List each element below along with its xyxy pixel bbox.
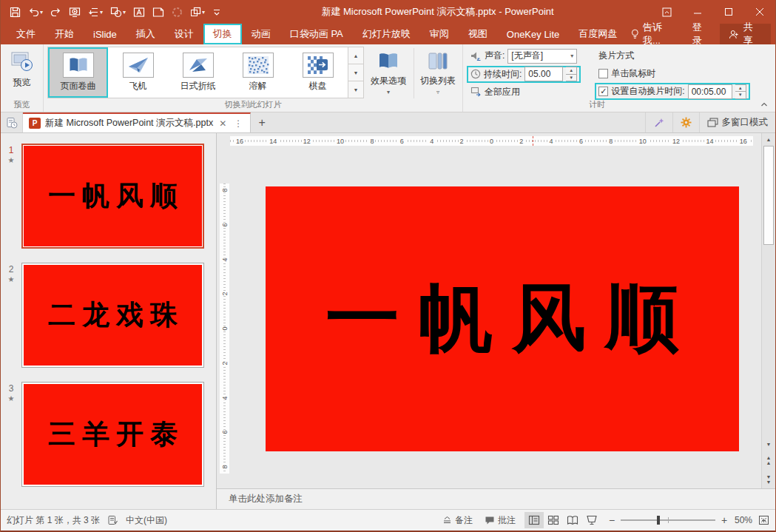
apply-to-all-button[interactable]: 全部应用 bbox=[470, 84, 581, 101]
editor-column: 1614121086420246810121416 864202468 一帆风顺… bbox=[217, 133, 775, 509]
preview-button[interactable]: 预览 bbox=[3, 47, 41, 100]
auto-advance-input[interactable]: 00:05.00 bbox=[688, 84, 732, 99]
vertical-ruler: 864202468 bbox=[220, 183, 229, 474]
ribbon-tab-transitions[interactable]: 切换 bbox=[203, 24, 242, 44]
gallery-scroll-up-icon[interactable]: ▲ bbox=[348, 47, 363, 64]
text-box-icon[interactable] bbox=[130, 5, 148, 19]
auto-advance-spinner[interactable]: ▲▼ bbox=[735, 84, 746, 99]
scroll-up-icon[interactable]: ▲ bbox=[762, 133, 775, 145]
slide-thumbnail-1[interactable]: 1 ★ 一帆风顺 bbox=[1, 144, 216, 249]
ruler-number: 10 bbox=[638, 138, 648, 145]
slide-sorter-button[interactable] bbox=[544, 512, 563, 528]
next-slide-icon[interactable]: ▼▼ bbox=[762, 474, 775, 485]
zoom-slider[interactable] bbox=[621, 519, 715, 521]
undo-icon[interactable]: ▾ bbox=[25, 5, 46, 19]
gallery-scroll-down-icon[interactable]: ▼ bbox=[348, 64, 363, 81]
ruler-number: 12 bbox=[671, 138, 681, 145]
transition-origami[interactable]: 日式折纸 bbox=[168, 47, 228, 98]
ribbon-tab-design[interactable]: 设计 bbox=[165, 24, 203, 44]
zoom-slider-thumb[interactable] bbox=[657, 516, 660, 525]
reading-view-button[interactable] bbox=[563, 512, 582, 528]
notes-placeholder: 单击此处添加备注 bbox=[229, 493, 303, 505]
tab-close-icon[interactable]: ✕ bbox=[217, 118, 228, 129]
ribbon-tab-slide-show[interactable]: 幻灯片放映 bbox=[353, 24, 420, 44]
comments-toggle-button[interactable]: 批注 bbox=[482, 512, 519, 529]
transition-star-icon[interactable]: ★ bbox=[8, 156, 15, 164]
auto-advance-option[interactable]: ✓ 设置自动换片时间: 00:05.00 ▲▼ bbox=[595, 83, 749, 100]
sound-select[interactable]: [无声音] ▾ bbox=[507, 49, 577, 64]
ribbon-tab-islide[interactable]: iSlide bbox=[84, 26, 126, 43]
previous-slide-icon[interactable]: ▲▲ bbox=[762, 454, 775, 466]
normal-view-button[interactable] bbox=[524, 512, 544, 528]
ribbon-tab-home[interactable]: 开始 bbox=[45, 24, 84, 44]
slide-thumbnail-3[interactable]: 3 ★ 三羊开泰 bbox=[1, 382, 216, 487]
new-tab-button[interactable]: + bbox=[251, 112, 273, 132]
scroll-down-icon[interactable]: ▼ bbox=[762, 438, 775, 450]
ribbon-tab-insert[interactable]: 插入 bbox=[126, 24, 165, 44]
slide-master-icon[interactable] bbox=[149, 5, 167, 19]
apply-all-icon bbox=[470, 87, 482, 97]
paragraph-settings-icon[interactable]: ▾ bbox=[85, 5, 106, 19]
session-manager-icon[interactable] bbox=[1, 112, 23, 132]
transition-dissolve[interactable]: 溶解 bbox=[228, 47, 288, 98]
scrollbar-thumb[interactable] bbox=[763, 146, 774, 245]
transition-list-button[interactable]: 切换列表 ▿ bbox=[415, 47, 461, 100]
ribbon-tab-animations[interactable]: 动画 bbox=[242, 24, 280, 44]
save-icon[interactable] bbox=[7, 5, 24, 19]
redo-icon[interactable] bbox=[47, 5, 64, 19]
effect-options-button[interactable]: 效果选项 ▾ bbox=[364, 47, 413, 100]
ribbon-tab-file[interactable]: 文件 bbox=[7, 24, 45, 44]
slide-canvas[interactable]: 一帆风顺 bbox=[266, 186, 739, 451]
window-title: 新建 Microsoft PowerPoint 演示文稿.pptx - Powe… bbox=[224, 5, 651, 18]
notes-pane[interactable]: 单击此处添加备注 bbox=[217, 488, 775, 509]
zoom-out-icon[interactable]: − bbox=[607, 514, 616, 526]
settings-gear-button[interactable] bbox=[672, 112, 699, 132]
magic-wand-button[interactable] bbox=[645, 112, 672, 132]
ribbon-tab-review[interactable]: 审阅 bbox=[420, 24, 459, 44]
transition-page-curl[interactable]: 页面卷曲 bbox=[48, 47, 108, 98]
share-button[interactable]: 共享 bbox=[720, 24, 771, 44]
collapse-ribbon-icon[interactable] bbox=[760, 101, 768, 109]
auto-advance-checkbox[interactable]: ✓ bbox=[598, 87, 608, 96]
ribbon-tab-pocket-animation[interactable]: 口袋动画 PA bbox=[280, 24, 353, 44]
duration-spinner[interactable]: ▲▼ bbox=[566, 67, 577, 81]
fit-to-window-icon[interactable] bbox=[758, 515, 769, 525]
status-bar: 幻灯片 第 1 张，共 3 张 中文(中国) 备注 批注 − + 50% bbox=[1, 509, 775, 532]
ribbon-tab-baidu-pan[interactable]: 百度网盘 bbox=[569, 24, 627, 44]
record-icon[interactable] bbox=[169, 5, 186, 19]
on-mouse-click-checkbox[interactable] bbox=[598, 69, 608, 78]
on-mouse-click-option[interactable]: 单击鼠标时 bbox=[598, 66, 749, 82]
duration-row: 持续时间: 05.00 ▲▼ bbox=[467, 66, 581, 83]
transition-checkerboard[interactable]: 棋盘 bbox=[288, 47, 348, 98]
tab-more-icon[interactable]: ⋮ bbox=[232, 118, 244, 129]
ruler-number: 6 bbox=[220, 431, 228, 434]
multi-window-mode-button[interactable]: 多窗口模式 bbox=[699, 112, 776, 132]
notes-toggle-button[interactable]: 备注 bbox=[439, 512, 476, 529]
language-indicator[interactable]: 中文(中国) bbox=[126, 514, 167, 527]
slideshow-from-beginning-icon[interactable] bbox=[66, 5, 84, 19]
customize-quick-access-icon[interactable] bbox=[209, 6, 224, 18]
zoom-in-icon[interactable]: + bbox=[720, 514, 729, 526]
thumbnail-slide-text: 二龙戏珠 bbox=[41, 297, 184, 334]
gallery-more-icon[interactable]: ▼ bbox=[348, 81, 363, 98]
ribbon-tab-view[interactable]: 视图 bbox=[459, 24, 497, 44]
zoom-control: − + bbox=[607, 514, 729, 526]
shapes-icon[interactable]: ▾ bbox=[107, 5, 129, 19]
transition-airplane[interactable]: 飞机 bbox=[108, 47, 168, 98]
slide-show-view-button[interactable] bbox=[582, 512, 601, 528]
ruler-number: 8 bbox=[607, 138, 614, 145]
ruler-number: 10 bbox=[335, 138, 345, 145]
horizontal-ruler: 1614121086420246810121416 bbox=[230, 136, 753, 146]
preview-icon bbox=[10, 51, 34, 73]
arrange-icon[interactable]: ▾ bbox=[187, 5, 208, 19]
spell-check-icon[interactable] bbox=[107, 515, 118, 525]
transition-star-icon[interactable]: ★ bbox=[8, 394, 15, 403]
transition-star-icon[interactable]: ★ bbox=[8, 275, 15, 283]
vertical-scrollbar[interactable]: ▲ ▼ ▲▲ ▼▼ bbox=[761, 133, 775, 488]
document-tab[interactable]: P 新建 Microsoft PowerPoint 演示文稿.pptx ✕ ⋮ bbox=[23, 112, 251, 132]
duration-input[interactable]: 05.00 bbox=[524, 67, 563, 81]
ruler-number: 8 bbox=[220, 188, 228, 192]
slide-thumbnail-2[interactable]: 2 ★ 二龙戏珠 bbox=[1, 263, 216, 368]
zoom-level[interactable]: 50% bbox=[735, 515, 752, 525]
ribbon-tab-onekey-lite[interactable]: OneKey Lite bbox=[497, 26, 570, 43]
